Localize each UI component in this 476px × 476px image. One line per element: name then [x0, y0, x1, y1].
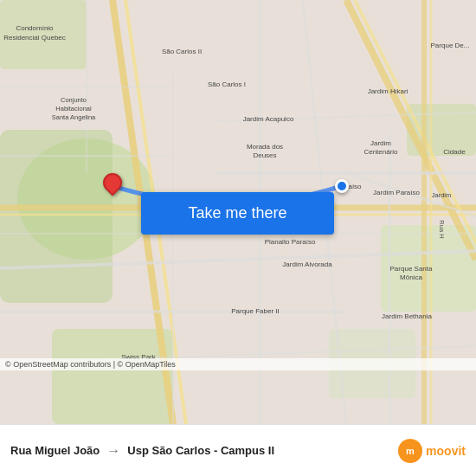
svg-text:São Carlos I: São Carlos I: [208, 80, 246, 88]
svg-text:São Carlos II: São Carlos II: [162, 48, 202, 55]
svg-text:Jardim Acapulco: Jardim Acapulco: [243, 115, 294, 123]
footer-from-label: Rua Miguel João: [10, 444, 100, 457]
destination-marker: [335, 179, 349, 193]
moovit-logo-icon: m: [398, 439, 422, 463]
svg-text:Conjunto: Conjunto: [61, 96, 87, 104]
svg-text:Parque De...: Parque De...: [431, 42, 470, 49]
svg-rect-3: [52, 329, 173, 424]
footer-to-label: Usp São Carlos - Campus II: [127, 444, 274, 457]
footer-bar: Rua Miguel João → Usp São Carlos - Campu…: [0, 424, 476, 476]
svg-text:Parque Faber II: Parque Faber II: [231, 307, 280, 315]
svg-text:Jardim: Jardim: [432, 191, 452, 199]
svg-text:Residencial Quebec: Residencial Quebec: [3, 34, 66, 42]
svg-text:Jardim: Jardim: [370, 139, 391, 147]
svg-text:Cidade: Cidade: [443, 148, 466, 156]
origin-marker: [103, 173, 122, 192]
moovit-logo-text: moovit: [426, 444, 466, 458]
take-me-there-button[interactable]: Take me there: [141, 192, 334, 235]
svg-text:Parque Santa: Parque Santa: [390, 265, 433, 273]
svg-text:Planalto Paraíso: Planalto Paraíso: [265, 238, 316, 246]
map-attribution: © OpenStreetMap contributors | © OpenMap…: [0, 358, 476, 370]
footer-arrow: →: [106, 443, 120, 459]
svg-text:Habitacional: Habitacional: [55, 105, 92, 113]
svg-text:Jardim Hikari: Jardim Hikari: [368, 87, 408, 95]
svg-text:Mônica: Mônica: [400, 273, 422, 281]
svg-text:Jardim Alvorada: Jardim Alvorada: [282, 261, 332, 268]
svg-text:Deuses: Deuses: [253, 151, 276, 159]
moovit-logo: m moovit: [398, 439, 466, 463]
map-container: Condomínio Residencial Quebec São Carlos…: [0, 0, 476, 424]
svg-text:Rua H: Rua H: [438, 220, 446, 238]
svg-text:m: m: [406, 446, 415, 456]
svg-text:Santa Angelina: Santa Angelina: [52, 113, 96, 121]
svg-text:Morada dos: Morada dos: [247, 143, 283, 151]
svg-text:Jardim Paraíso: Jardim Paraíso: [373, 189, 420, 196]
svg-text:Condomínio: Condomínio: [16, 24, 54, 32]
svg-text:Jardim Bethania: Jardim Bethania: [382, 312, 432, 320]
svg-text:Centenário: Centenário: [363, 148, 398, 156]
